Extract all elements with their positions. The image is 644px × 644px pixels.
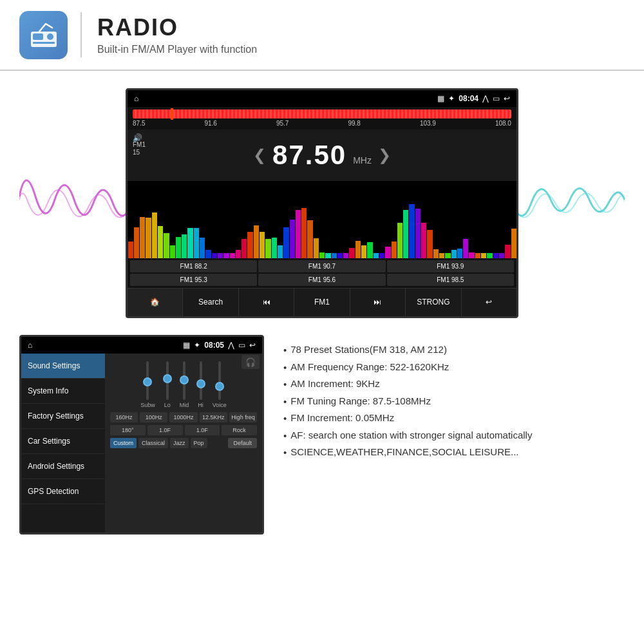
eq-sliders-row: Subw Lo Mid [110,361,257,410]
minimize-icon: ▭ [493,94,500,103]
val-180[interactable]: 180° [110,425,146,435]
voice-thumb[interactable] [215,382,224,391]
info-section: 78 Preset Stations(FM 318, AM 212) AM Fr… [283,335,625,535]
settings-menu: Sound Settings System Info Factory Setti… [21,354,105,533]
equalizer-display [128,181,516,258]
freq-display: ❮ 87.50 MHz ❯ [253,140,391,171]
freq-95: 95.7 [276,120,289,127]
preset-classical[interactable]: Classical [138,438,168,448]
strong-button[interactable]: STRONG [406,289,461,316]
settings-device-screen: ⌂ ▦ ✦ 08:05 ⋀ ▭ ↩ Sound Settings System … [19,335,264,535]
preset-pop[interactable]: Pop [191,438,207,448]
svg-point-2 [47,33,53,40]
settings-signal: ▦ [183,341,190,350]
freq-buttons-grid: 160Hz 100Hz 1000Hz 12.5KHz High freq [110,412,257,422]
settings-status-right: ▦ ✦ 08:05 ⋀ ▭ ↩ [183,341,256,350]
home-button[interactable]: 🏠 [128,289,183,316]
freq-down-arrow[interactable]: ❮ [253,146,266,164]
radio-control-bar: 🏠 Search ⏮ FM1 ⏭ STRONG ↩ [128,288,516,316]
vol-number: 15 [133,149,140,156]
band-button[interactable]: FM1 [294,289,350,316]
header-text: RADIO Built-in FM/AM Player with functio… [97,14,257,55]
freq-1000hz[interactable]: 1000Hz [169,412,197,422]
menu-car-settings[interactable]: Car Settings [21,429,105,454]
eq-slider-subw: Subw [140,361,155,410]
signal-icon: ▦ [437,94,444,103]
freq-bar-container: 87.5 91.6 95.7 99.8 103.9 108.0 [128,107,516,129]
preset-fm1-88[interactable]: FM1 88.2 [130,260,257,272]
freq-100hz[interactable]: 100Hz [140,412,167,422]
mid-thumb[interactable] [180,375,189,384]
menu-sound-settings[interactable]: Sound Settings [21,354,105,379]
menu-android-settings[interactable]: Android Settings [21,454,105,479]
preset-fm1-98[interactable]: FM1 98.5 [387,274,514,286]
svg-line-4 [39,24,46,32]
headphone-button[interactable]: 🎧 [242,355,260,369]
eq-slider-lo: Lo [164,361,171,410]
subw-track [146,361,149,400]
menu-system-info[interactable]: System Info [21,379,105,404]
freq-160hz[interactable]: 160Hz [110,412,138,422]
preset-fm1-95a[interactable]: FM1 95.3 [130,274,257,286]
freq-high[interactable]: High freq [229,412,257,422]
info-item-4: FM Tuning Range: 87.5-108MHz [283,393,625,410]
val-1f-2[interactable]: 1.0F [185,425,220,435]
info-item-3: AM Increment: 9KHz [283,375,625,393]
val-1f-1[interactable]: 1.0F [147,425,183,435]
lo-label: Lo [164,402,171,408]
mid-label: Mid [180,402,189,408]
preset-jazz[interactable]: Jazz [170,438,189,448]
settings-back: ↩ [249,341,256,350]
preset-style-row: Custom Classical Jazz Pop Default [110,438,257,448]
page-subtitle: Built-in FM/AM Player with function [97,44,257,55]
settings-expand: ⋀ [228,341,234,350]
radio-icon [28,19,60,51]
radio-main-display: 🔊 FM1 15 ❮ 87.50 MHz ❯ [128,129,516,181]
info-item-2: AM Frequency Range: 522-1620KHz [283,359,625,376]
back-button[interactable]: ↩ [462,289,516,316]
next-button[interactable]: ⏭ [350,289,406,316]
feature-list: 78 Preset Stations(FM 318, AM 212) AM Fr… [283,341,625,461]
preset-custom[interactable]: Custom [110,438,137,448]
freq-103: 103.9 [420,120,436,127]
prev-button[interactable]: ⏮ [239,289,294,316]
freq-numbers: 87.5 91.6 95.7 99.8 103.9 108.0 [133,118,511,128]
svg-rect-3 [33,42,55,44]
search-button[interactable]: Search [183,289,238,316]
radio-device-screen: ⌂ ▦ ✦ 08:04 ⋀ ▭ ↩ 87.5 91.6 [126,88,518,318]
freq-up-arrow[interactable]: ❯ [378,146,391,164]
subw-label: Subw [140,402,155,408]
info-item-7: SCIENCE,WEATHER,FINANCE,SOCIAL LEISURE..… [283,444,625,461]
radio-app-icon [19,11,68,59]
menu-factory-settings[interactable]: Factory Settings [21,404,105,429]
settings-minimize: ▭ [238,341,245,350]
radio-status-bar: ⌂ ▦ ✦ 08:04 ⋀ ▭ ↩ [128,90,516,107]
preset-fm1-95b[interactable]: FM1 95.6 [258,274,385,286]
value-buttons-grid: 180° 1.0F 1.0F Rock [110,425,257,435]
page-title: RADIO [97,14,257,41]
freq-87: 87.5 [133,120,145,127]
main-content: ⌂ ▦ ✦ 08:04 ⋀ ▭ ↩ 87.5 91.6 [0,71,644,547]
hi-thumb[interactable] [196,379,205,388]
eq-slider-hi: Hi [198,361,204,410]
freq-99: 99.8 [348,120,360,127]
eq-slider-voice: Voice [213,361,227,410]
settings-time: 08:05 [204,341,224,350]
settings-panel: 🎧 Subw Lo [105,354,262,533]
freq-125khz[interactable]: 12.5KHz [200,412,227,422]
header-divider [80,12,82,57]
home-icon: ⌂ [134,94,138,103]
lo-thumb[interactable] [163,374,172,383]
hi-track [200,361,202,400]
svg-rect-1 [33,33,43,40]
freq-bar [133,109,511,118]
subw-thumb[interactable] [143,377,152,386]
current-frequency: 87.50 [272,140,346,171]
default-button[interactable]: Default [228,438,257,448]
val-rock[interactable]: Rock [222,425,257,435]
preset-fm1-93[interactable]: FM1 93.9 [387,260,514,272]
menu-gps-detection[interactable]: GPS Detection [21,479,105,504]
info-item-5: FM Increment: 0.05MHz [283,410,625,427]
preset-fm1-90[interactable]: FM1 90.7 [258,260,385,272]
status-bar-right: ▦ ✦ 08:04 ⋀ ▭ ↩ [437,94,510,103]
